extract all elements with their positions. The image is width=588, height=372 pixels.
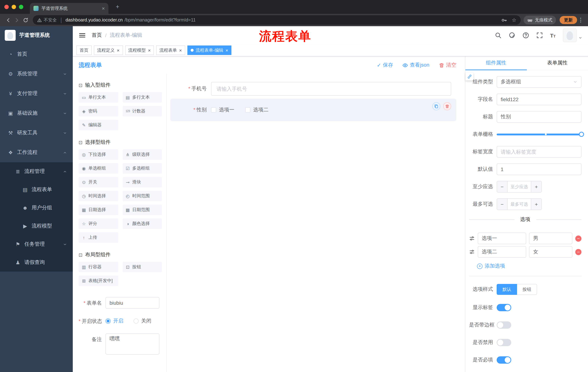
label-width-input[interactable] [497,146,581,158]
palette-item[interactable]: ▦日期选择 [79,205,118,215]
form-canvas[interactable]: *手机号 *性别 选项一 选项二 [167,74,465,372]
palette-item[interactable]: ◑颜色选择 [122,218,162,229]
disabled-switch[interactable] [497,339,511,346]
palette-item[interactable]: ◴时间范围 [122,191,162,201]
show-label-switch[interactable] [497,304,511,311]
add-option-button[interactable]: + 添加选项 [477,263,581,269]
tab-form-props[interactable]: 表单属性 [527,56,588,70]
save-button[interactable]: ✓保存 [377,62,393,68]
checkbox-option-1[interactable]: 选项一 [211,107,234,113]
github-icon[interactable] [508,32,515,39]
sidebar-item-infrastructure[interactable]: ▣基础设施 [0,103,73,123]
option-style-segment-0[interactable]: 默认 [497,284,517,295]
required-switch[interactable] [497,356,511,364]
slider-handle[interactable] [579,132,584,137]
sidebar-item-user-group[interactable]: ☻用户分组 [0,199,73,217]
form-name-input[interactable] [105,297,159,309]
sidebar-item-system-mgmt[interactable]: ⚙系统管理 [0,64,73,84]
tag-process-form-edit[interactable]: 流程表单-编辑× [187,45,231,55]
increase-button[interactable]: + [531,199,541,210]
field-name-input[interactable] [497,94,581,105]
reload-button[interactable] [21,16,30,24]
checkbox-box[interactable] [245,107,250,112]
palette-item[interactable]: ◎下拉选择 [79,149,118,160]
bordered-switch[interactable] [497,321,511,329]
view-json-button[interactable]: 查看json [403,62,429,68]
security-status[interactable]: 不安全 [37,17,57,23]
sidebar-item-workflow[interactable]: ❖工作流程 [0,143,73,162]
tag-home[interactable]: 首页 [76,45,92,55]
decrease-button[interactable]: − [497,181,508,192]
sidebar-item-home[interactable]: ◔首页 [0,44,73,64]
palette-item[interactable]: ↑上传 [79,232,118,243]
palette-item[interactable]: ✎编辑器 [79,120,118,130]
stepper-placeholder[interactable]: 至少应选 [508,181,531,192]
title-input[interactable] [497,111,581,123]
sidebar-item-task-mgmt[interactable]: ⚑任务管理 [0,235,73,253]
update-button[interactable]: 更新 [560,16,577,24]
checkbox-option-2[interactable]: 选项二 [245,107,269,113]
remove-option-icon[interactable]: − [575,249,581,255]
palette-item[interactable]: ☆评分 [79,218,118,229]
sidebar-item-process-form[interactable]: ▤流程表单 [0,181,73,199]
forward-button[interactable] [12,16,21,24]
checkbox-box[interactable] [211,107,216,112]
form-grid-slider[interactable] [497,128,581,140]
palette-item[interactable]: ◈密码 [79,106,118,117]
copy-component-button[interactable] [432,102,440,110]
default-value-input[interactable] [497,163,581,175]
sidebar-item-leave-query[interactable]: ♟请假查询 [0,253,73,272]
palette-item[interactable]: ⋔级联选择 [122,149,162,160]
palette-item[interactable]: ⊡按钮 [122,262,162,272]
close-icon[interactable]: × [179,48,182,53]
clear-button[interactable]: 清空 [439,62,456,68]
kebab-menu-icon[interactable]: ⋮ [577,17,584,23]
tag-process-model[interactable]: 流程模型× [125,45,154,55]
increase-button[interactable]: + [531,181,541,192]
key-icon[interactable] [502,17,507,23]
star-icon[interactable]: ☆ [512,18,516,22]
palette-item[interactable]: ▤多行文本 [122,92,162,103]
sidebar-item-dev-tools[interactable]: ⚒研发工具 [0,123,73,143]
palette-item[interactable]: 123计数器 [122,106,162,117]
palette-item[interactable]: ⊸滑块 [122,177,162,187]
palette-item[interactable]: ⊞表格[开发中] [79,276,118,286]
palette-item[interactable]: ▭单行文本 [79,92,118,103]
search-icon[interactable] [495,32,501,39]
palette-item[interactable]: ◉单选框组 [79,163,118,174]
component-type-select[interactable]: 多选框组 [497,76,581,88]
browser-tab[interactable]: 芋道管理系统 × [30,3,108,14]
help-icon[interactable] [522,32,529,39]
palette-item[interactable]: ☑多选框组 [122,163,162,174]
option-name-input[interactable] [478,233,526,244]
close-icon[interactable]: × [148,48,151,53]
tag-process-form[interactable]: 流程表单× [156,45,185,55]
palette-item[interactable]: ▥行容器 [79,262,118,272]
user-menu[interactable] [563,28,582,42]
font-size-icon[interactable]: TT [550,32,556,38]
decrease-button[interactable]: − [497,199,508,210]
option-value-input[interactable] [529,246,573,258]
field-gender-selected[interactable]: *性别 选项一 选项二 [170,99,456,121]
option-name-input[interactable] [478,246,526,258]
tag-process-definition[interactable]: 流程定义× [94,45,123,55]
phone-input[interactable] [211,82,451,96]
palette-item[interactable]: ▩日期范围 [122,205,162,215]
option-style-segment-1[interactable]: 按钮 [517,284,537,295]
tab-component-props[interactable]: 组件属性 [465,56,527,70]
app-logo[interactable]: 芋道管理系统 [0,26,73,44]
minimize-window-button[interactable] [12,5,16,9]
radio-open[interactable]: 开启 [105,318,123,324]
close-tab-icon[interactable]: × [102,6,105,11]
close-icon[interactable]: × [117,48,119,53]
sidebar-item-process-mgmt[interactable]: ≣流程管理 [0,162,73,181]
palette-item[interactable]: ⊙开关 [79,177,118,187]
zoom-window-button[interactable] [19,5,23,9]
stepper-placeholder[interactable]: 最多可选 [508,199,531,210]
new-tab-button[interactable]: + [113,2,122,12]
breadcrumb-home[interactable]: 首页 [92,32,102,39]
delete-component-button[interactable] [443,102,451,110]
close-icon[interactable]: × [226,48,228,53]
sidebar-item-process-model[interactable]: ▶流程模型 [0,217,73,235]
address-bar[interactable]: 不安全 | dashboard.yudao.iocoder.cn /bpm/ma… [33,15,521,25]
